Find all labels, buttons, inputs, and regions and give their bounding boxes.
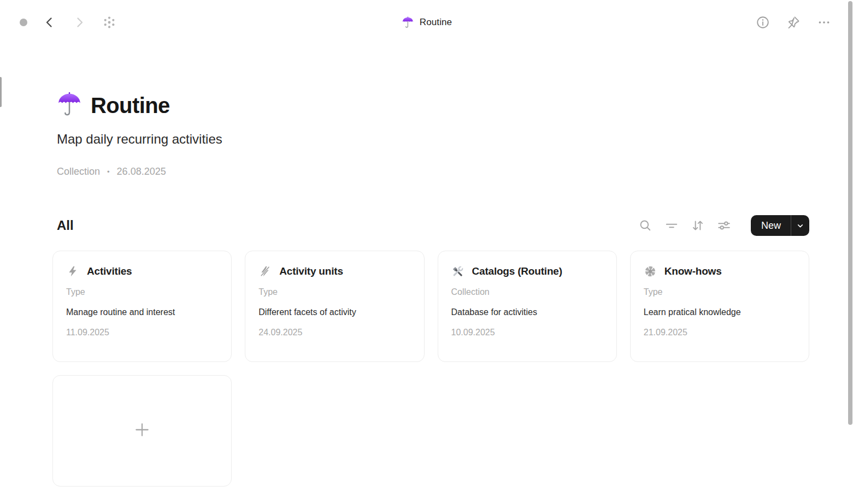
card-activity-units[interactable]: Activity units Type Different facets of … bbox=[245, 251, 424, 362]
page-header: Routine Map daily recurring activities C… bbox=[52, 92, 809, 177]
forward-icon[interactable] bbox=[71, 14, 89, 31]
card-kind: Type bbox=[258, 286, 410, 298]
hammer-wrench-icon bbox=[451, 265, 464, 278]
page-title: Routine bbox=[91, 93, 170, 118]
card-catalogs-routine[interactable]: Catalogs (Routine) Collection Database f… bbox=[438, 251, 617, 362]
card-description: Learn pratical knowledge bbox=[644, 306, 796, 318]
card-date: 10.09.2025 bbox=[451, 327, 603, 339]
search-icon[interactable] bbox=[638, 218, 652, 233]
sliders-icon[interactable] bbox=[717, 218, 731, 233]
new-button[interactable]: New bbox=[751, 215, 791, 236]
card-title: Activity units bbox=[279, 265, 343, 277]
creation-date: 26.08.2025 bbox=[117, 166, 166, 177]
add-object-card[interactable] bbox=[52, 375, 232, 487]
card-date: 24.09.2025 bbox=[258, 327, 410, 339]
card-kind: Type bbox=[66, 286, 218, 298]
umbrella-icon bbox=[401, 16, 414, 29]
lightning-off-icon bbox=[258, 265, 272, 278]
chevron-down-icon[interactable] bbox=[791, 215, 809, 236]
status-dot-icon[interactable] bbox=[20, 19, 27, 26]
card-title: Activities bbox=[87, 265, 132, 277]
object-kind-label: Collection bbox=[57, 166, 100, 177]
card-date: 11.09.2025 bbox=[66, 327, 218, 339]
more-icon[interactable] bbox=[817, 15, 831, 29]
umbrella-icon bbox=[57, 92, 82, 119]
card-date: 21.09.2025 bbox=[644, 327, 796, 339]
lightning-icon bbox=[66, 265, 79, 278]
card-description: Manage routine and interest bbox=[66, 306, 218, 318]
card-title: Know-hows bbox=[664, 265, 722, 277]
plus-icon bbox=[133, 420, 151, 441]
page-content: Routine Map daily recurring activities C… bbox=[0, 92, 853, 487]
topbar-title-group: Routine bbox=[401, 16, 452, 29]
card-description: Database for activities bbox=[451, 306, 603, 318]
pin-icon[interactable] bbox=[786, 15, 801, 29]
view-toolbar: New bbox=[638, 215, 809, 236]
aperture-icon bbox=[644, 265, 657, 278]
dots-circle-icon[interactable] bbox=[101, 14, 118, 31]
card-description: Different facets of activity bbox=[258, 306, 410, 318]
back-icon[interactable] bbox=[40, 14, 58, 31]
app-window: Routine bbox=[0, 0, 853, 504]
topbar-title: Routine bbox=[420, 17, 452, 28]
sidebar-handle[interactable] bbox=[0, 77, 2, 107]
page-meta: Collection • 26.08.2025 bbox=[57, 166, 809, 177]
info-icon[interactable] bbox=[756, 15, 770, 29]
page-description: Map daily recurring activities bbox=[57, 131, 809, 147]
topbar-actions bbox=[756, 15, 839, 29]
filter-icon[interactable] bbox=[664, 218, 679, 233]
card-kind: Type bbox=[644, 286, 796, 298]
new-split-button: New bbox=[751, 215, 809, 236]
meta-separator: • bbox=[107, 167, 110, 177]
vertical-scrollbar[interactable] bbox=[848, 1, 852, 425]
cards-grid: Activities Type Manage routine and inter… bbox=[52, 251, 809, 487]
card-title: Catalogs (Routine) bbox=[472, 265, 562, 277]
section-title: All bbox=[52, 218, 74, 233]
card-know-hows[interactable]: Know-hows Type Learn pratical knowledge … bbox=[630, 251, 809, 362]
card-kind: Collection bbox=[451, 286, 603, 298]
topbar: Routine bbox=[0, 0, 853, 45]
card-activities[interactable]: Activities Type Manage routine and inter… bbox=[52, 251, 232, 362]
sort-icon[interactable] bbox=[691, 218, 705, 233]
topbar-navigation bbox=[15, 14, 118, 31]
section-header: All bbox=[52, 215, 809, 236]
